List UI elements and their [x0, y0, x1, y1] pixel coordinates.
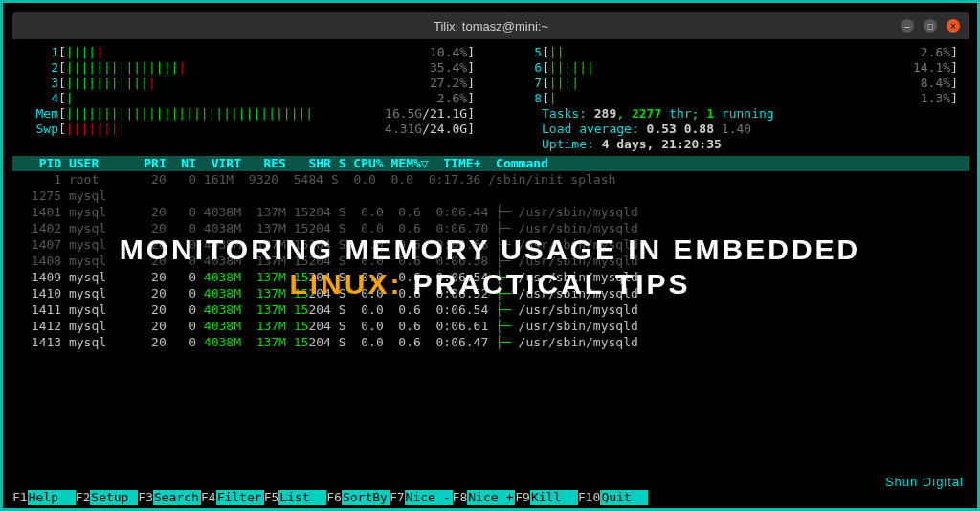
fkey-F6-key: F6: [326, 490, 342, 505]
cpu-meters-left: 1[|||||10.4%]2[||||||||||||||||35.4%]3[|…: [24, 45, 475, 152]
window-titlebar: Tilix: tomasz@mini:~: [12, 12, 969, 39]
load-average: Load average: 0.53 0.88 1.40: [507, 122, 958, 137]
fkey-F10-label[interactable]: Quit: [600, 490, 648, 505]
process-table-header[interactable]: PID USER PRI NI VIRT RES SHR S CPU% MEM%…: [12, 156, 969, 171]
fkey-F2-key: F2: [76, 490, 91, 505]
fkey-F5-key: F5: [264, 490, 279, 505]
fkey-F8-key: F8: [453, 490, 468, 505]
swap-meter: Swp[||||||||4.31G/24.0G]: [24, 122, 475, 137]
fkey-F5-label[interactable]: List: [278, 490, 326, 505]
fkey-F4-key: F4: [201, 490, 216, 505]
process-row[interactable]: 1 root 20 0 161M 9320 5484 S 0.0 0.0 0:1…: [12, 171, 969, 188]
process-row[interactable]: 1413 mysql 20 0 4038M 137M 15204 S 0.0 0…: [12, 334, 969, 350]
overlay-line2-tail: PRACTICAL TIPS: [402, 268, 690, 300]
cpu-meter-2: 2[||||||||||||||||35.4%]: [24, 60, 475, 76]
cpu-meters-right: 5[||2.6%]6[||||||14.1%]7[||||8.4%]8[|1.3…: [507, 45, 958, 152]
brand-watermark: Shun Digital: [885, 475, 964, 489]
window-close-button[interactable]: [947, 19, 960, 33]
cpu-meter-7: 7[||||8.4%]: [507, 76, 958, 91]
window-maximize-button[interactable]: [924, 19, 937, 33]
cpu-meter-8: 8[|1.3%]: [507, 91, 958, 106]
cpu-meter-4: 4[|2.6%]: [24, 91, 475, 106]
fkey-F7-key: F7: [390, 490, 405, 505]
fkey-F9-label[interactable]: Kill: [530, 490, 578, 505]
tasks-summary: Tasks: 289, 2277 thr; 1 running: [507, 106, 958, 122]
process-row[interactable]: 1401 mysql 20 0 4038M 137M 15204 S 0.0 0…: [12, 204, 969, 220]
cpu-meter-1: 1[|||||10.4%]: [24, 45, 475, 60]
fkey-F2-label[interactable]: Setup: [90, 490, 138, 505]
fkey-F3-key: F3: [138, 490, 153, 505]
overlay-line2-highlight: LINUX:: [289, 268, 402, 300]
fkey-F3-label[interactable]: Search: [153, 490, 201, 505]
article-title-overlay: MONITORING MEMORY USAGE IN EMBEDDED LINU…: [3, 233, 977, 301]
cpu-meter-3: 3[||||||||||||27.2%]: [24, 76, 475, 91]
fkey-F1-key: F1: [12, 490, 28, 505]
window-minimize-button[interactable]: [901, 19, 914, 33]
fkey-F9-key: F9: [515, 490, 530, 505]
process-row[interactable]: 1275 mysql: [12, 188, 969, 204]
uptime: Uptime: 4 days, 21:20:35: [507, 137, 958, 152]
memory-meter: Mem[|||||||||||||||||||||||||||||||||16.…: [24, 106, 475, 122]
fkey-F8-label[interactable]: Nice +: [467, 490, 515, 505]
fkey-F4-label[interactable]: Filter: [216, 490, 264, 505]
fkey-F7-label[interactable]: Nice -: [405, 490, 453, 505]
overlay-line1: MONITORING MEMORY USAGE IN EMBEDDED: [3, 233, 977, 267]
process-row[interactable]: 1411 mysql 20 0 4038M 137M 15204 S 0.0 0…: [12, 301, 969, 318]
function-key-bar: F1Help F2Setup F3SearchF4FilterF5List F6…: [12, 490, 968, 505]
fkey-F1-label[interactable]: Help: [28, 490, 76, 505]
window-title: Tilix: tomasz@mini:~: [434, 19, 548, 33]
cpu-meter-5: 5[||2.6%]: [507, 45, 958, 60]
fkey-F10-key: F10: [578, 490, 600, 505]
process-row[interactable]: 1412 mysql 20 0 4038M 137M 15204 S 0.0 0…: [12, 318, 969, 334]
terminal-area: 1[|||||10.4%]2[||||||||||||||||35.4%]3[|…: [12, 39, 969, 152]
fkey-F6-label[interactable]: SortBy: [342, 490, 390, 505]
cpu-meter-6: 6[||||||14.1%]: [507, 60, 958, 76]
